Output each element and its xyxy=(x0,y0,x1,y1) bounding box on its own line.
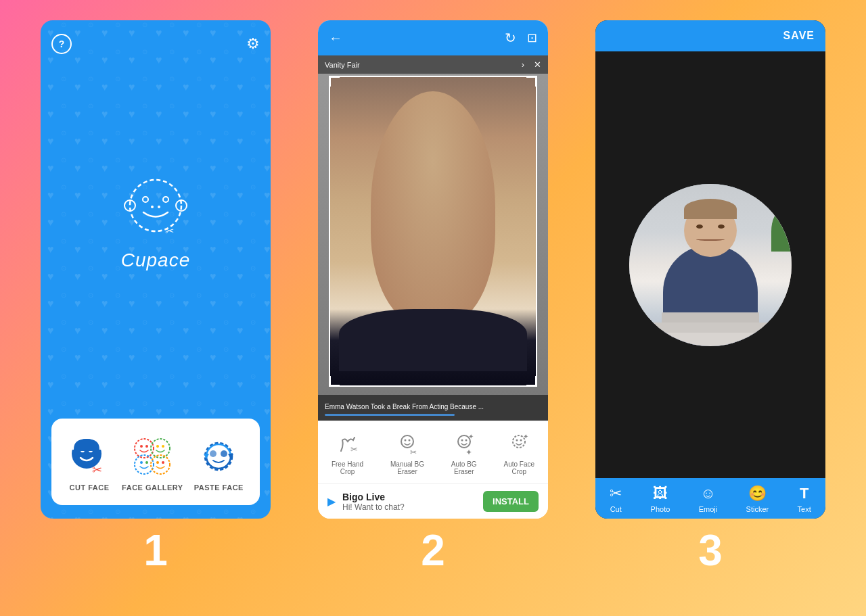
manual-bg-label: Manual BGEraser xyxy=(390,460,424,475)
face-image xyxy=(329,76,537,387)
phone-3-toolbar: ✂ Cut 🖼 Photo ☺ Emoji 😊 Sticker T xyxy=(595,478,825,519)
back-button[interactable]: ← xyxy=(329,30,342,46)
cut-face-action[interactable]: ✂ CUT FACE xyxy=(68,435,111,492)
svg-point-34 xyxy=(405,440,407,442)
phone-2-header: ← ↻ ⊡ xyxy=(318,20,548,55)
free-hand-label: Free HandCrop xyxy=(332,460,363,475)
auto-bg-label: Auto BGEraser xyxy=(451,460,477,475)
phone-2-tools: ✂ Free HandCrop ✂ xyxy=(318,421,548,483)
svg-point-28 xyxy=(210,450,216,457)
svg-point-43 xyxy=(516,440,518,442)
cut-label: Cut xyxy=(610,505,622,513)
compare-icon[interactable]: ⊡ xyxy=(527,30,537,45)
phone-3-canvas xyxy=(595,51,825,478)
svg-point-38 xyxy=(461,440,463,442)
source-label: Vanity Fair xyxy=(325,61,360,69)
ad-text: Bigo Live Hi! Want to chat? xyxy=(342,492,476,512)
person-circle-photo xyxy=(629,184,792,346)
emoji-icon: ☺ xyxy=(700,485,715,502)
source-close-icon[interactable]: ✕ xyxy=(534,60,541,70)
photo-icon: 🖼 xyxy=(653,485,668,502)
phone-1-bottom-card: ✂ CUT FACE xyxy=(51,419,260,505)
photo-toolbar-item[interactable]: 🖼 Photo xyxy=(651,485,670,513)
ad-icon: ▶ xyxy=(327,495,336,508)
svg-point-25 xyxy=(156,461,159,464)
paste-face-action[interactable]: PASTE FACE xyxy=(194,435,244,492)
svg-text:✂: ✂ xyxy=(92,463,102,477)
sticker-label: Sticker xyxy=(746,505,769,513)
text-toolbar-item[interactable]: T Text xyxy=(798,485,811,513)
emoji-toolbar-item[interactable]: ☺ Emoji xyxy=(699,485,718,513)
cut-face-label: CUT FACE xyxy=(70,483,110,492)
free-hand-crop-tool[interactable]: ✂ Free HandCrop xyxy=(332,432,363,475)
auto-bg-eraser-tool[interactable]: ✦ ✦ Auto BGEraser xyxy=(451,432,477,475)
screen-number-1: 1 xyxy=(143,519,168,575)
help-icon[interactable]: ? xyxy=(51,34,72,54)
svg-point-22 xyxy=(140,461,143,464)
svg-point-44 xyxy=(520,440,522,442)
svg-point-4 xyxy=(143,197,148,202)
auto-bg-icon: ✦ ✦ xyxy=(452,432,476,456)
svg-point-10 xyxy=(158,206,160,208)
phone-2-ad-banner: ▶ Bigo Live Hi! Want to chat? INSTALL xyxy=(318,483,548,519)
photo-label: Photo xyxy=(651,505,670,513)
ad-subtitle: Hi! Want to chat? xyxy=(342,502,476,512)
rotate-icon[interactable]: ↻ xyxy=(505,30,516,46)
cut-toolbar-item[interactable]: ✂ Cut xyxy=(610,485,622,513)
header-right-icons: ↻ ⊡ xyxy=(505,30,537,46)
svg-point-33 xyxy=(401,435,413,448)
ad-title: Bigo Live xyxy=(342,492,476,502)
phone-screen-3: SAVE xyxy=(595,20,825,519)
svg-text:✦: ✦ xyxy=(523,433,528,440)
screen-1-wrapper: ♥ ⊙ ? ⚙ xyxy=(27,20,284,575)
phone-screen-1: ♥ ⊙ ? ⚙ xyxy=(41,20,271,519)
save-button[interactable]: SAVE xyxy=(783,30,815,42)
face-gallery-label: FACE GALLERY xyxy=(122,483,183,492)
svg-point-5 xyxy=(163,197,168,202)
auto-face-crop-tool[interactable]: ✦ Auto FaceCrop xyxy=(503,432,534,475)
phone-1-top-bar: ? ⚙ xyxy=(51,34,260,54)
svg-point-16 xyxy=(140,445,143,448)
svg-point-29 xyxy=(221,450,227,457)
face-gallery-icon xyxy=(131,435,174,478)
svg-point-35 xyxy=(409,440,411,442)
phone-3-header: SAVE xyxy=(595,20,825,51)
sticker-toolbar-item[interactable]: 😊 Sticker xyxy=(746,485,769,513)
screen-3-wrapper: SAVE xyxy=(582,20,839,575)
svg-point-17 xyxy=(145,445,148,448)
install-button[interactable]: INSTALL xyxy=(483,491,539,512)
screens-container: ♥ ⊙ ? ⚙ xyxy=(0,0,866,616)
screen-number-3: 3 xyxy=(698,519,723,575)
manual-bg-icon: ✂ xyxy=(395,432,419,456)
svg-text:✂: ✂ xyxy=(410,448,417,456)
svg-point-23 xyxy=(145,461,148,464)
phone-1-center: ✂ Cupace xyxy=(115,175,196,271)
settings-icon[interactable]: ⚙ xyxy=(246,35,260,53)
emoji-label: Emoji xyxy=(699,505,718,513)
manual-bg-eraser-tool[interactable]: ✂ Manual BGEraser xyxy=(390,432,424,475)
cut-face-icon: ✂ xyxy=(68,435,111,478)
app-logo: ✂ xyxy=(115,175,196,243)
svg-point-19 xyxy=(156,445,159,448)
image-preview: Vanity Fair › ✕ xyxy=(318,55,548,421)
paste-face-label: PASTE FACE xyxy=(194,483,244,492)
face-gallery-action[interactable]: FACE GALLERY xyxy=(122,435,183,492)
screen-number-2: 2 xyxy=(421,519,445,575)
svg-text:✂: ✂ xyxy=(350,444,358,454)
source-nav-icon[interactable]: › xyxy=(522,60,524,70)
auto-face-icon: ✦ xyxy=(507,432,531,456)
paste-face-icon xyxy=(197,435,240,478)
app-title: Cupace xyxy=(121,250,191,271)
phone-2-image-area: Vanity Fair › ✕ xyxy=(318,55,548,421)
text-icon: T xyxy=(800,485,808,502)
svg-point-3 xyxy=(130,180,181,231)
sticker-icon: 😊 xyxy=(748,485,767,502)
scissors-icon: ✂ xyxy=(610,485,622,502)
svg-point-27 xyxy=(205,443,232,470)
auto-face-label: Auto FaceCrop xyxy=(503,460,534,475)
phone-screen-2: ← ↻ ⊡ Vanity Fair › ✕ xyxy=(318,20,548,519)
svg-text:✂: ✂ xyxy=(165,225,174,237)
text-label: Text xyxy=(798,505,811,513)
free-hand-icon: ✂ xyxy=(336,432,360,456)
screen-2-wrapper: ← ↻ ⊡ Vanity Fair › ✕ xyxy=(304,20,562,575)
